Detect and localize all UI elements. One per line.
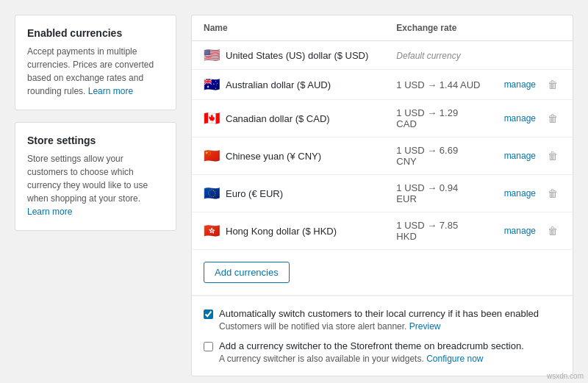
delete-icon-cny[interactable]: 🗑 [545, 148, 561, 163]
currency-rate-cell-cny: 1 USD → 6.69 CNY [384, 137, 492, 175]
store-settings-description: Store settings allow your customers to c… [27, 152, 164, 218]
store-settings-learn-more[interactable]: Learn more [27, 207, 72, 217]
currency-switcher-row: Add a currency switcher to the Storefron… [204, 340, 561, 364]
currency-actions-cell-eur: manage 🗑 [492, 175, 573, 212]
auto-switch-row: Automatically switch customers to their … [204, 308, 561, 332]
manage-link-aud[interactable]: manage [504, 79, 536, 90]
delete-icon-hkd[interactable]: 🗑 [545, 223, 561, 238]
currency-rate-cell-aud: 1 USD → 1.44 AUD [384, 70, 492, 100]
currency-name-cny: Chinese yuan (¥ CNY) [226, 151, 321, 162]
watermark: wsxdn.com [547, 372, 584, 380]
currency-actions-cell-usd [492, 41, 573, 70]
currency-switcher-label: Add a currency switcher to the Storefron… [219, 340, 524, 351]
auto-switch-label: Automatically switch customers to their … [219, 308, 539, 319]
add-currencies-button[interactable]: Add currencies [204, 262, 290, 283]
preview-link[interactable]: Preview [409, 321, 441, 332]
table-row: 🇺🇸 United States (US) dollar ($ USD) Def… [192, 41, 573, 70]
currency-name-cell: 🇨🇦 Canadian dollar ($ CAD) [192, 100, 384, 137]
flag-aud: 🇦🇺 [204, 78, 220, 91]
enabled-currencies-section: Enabled currencies Accept payments in mu… [15, 15, 176, 110]
currency-name-usd: United States (US) dollar ($ USD) [226, 50, 368, 61]
table-header-row: Name Exchange rate [192, 15, 573, 41]
currency-name-eur: Euro (€ EUR) [226, 188, 283, 199]
col-actions-header [492, 15, 573, 41]
delete-icon-aud[interactable]: 🗑 [545, 77, 561, 92]
manage-link-cny[interactable]: manage [504, 151, 536, 161]
col-name-header: Name [192, 15, 384, 41]
currency-name-cell: 🇨🇳 Chinese yuan (¥ CNY) [192, 137, 384, 175]
store-settings-section: Store settings Store settings allow your… [15, 122, 176, 231]
currency-table: Name Exchange rate 🇺🇸 United States (US)… [192, 15, 573, 249]
currency-actions-cell-cny: manage 🗑 [492, 137, 573, 175]
table-row: 🇦🇺 Australian dollar ($ AUD) 1 USD → 1.4… [192, 70, 573, 100]
manage-link-hkd[interactable]: manage [504, 226, 536, 236]
currency-actions-cell-hkd: manage 🗑 [492, 212, 573, 250]
flag-hkd: 🇭🇰 [204, 224, 220, 237]
store-settings-title: Store settings [27, 135, 164, 146]
currency-switcher-sublabel: A currency switcher is also available in… [219, 354, 524, 364]
main-content: Name Exchange rate 🇺🇸 United States (US)… [191, 15, 573, 376]
currency-name-aud: Australian dollar ($ AUD) [226, 79, 331, 90]
currency-rate-cell-cad: 1 USD → 1.29 CAD [384, 100, 492, 137]
flag-eur: 🇪🇺 [204, 187, 220, 200]
currency-rate-cell-usd: Default currency [384, 41, 492, 70]
currency-rate-cell-eur: 1 USD → 0.94 EUR [384, 175, 492, 212]
manage-link-eur[interactable]: manage [504, 188, 536, 198]
enabled-currencies-title: Enabled currencies [27, 27, 164, 39]
delete-icon-cad[interactable]: 🗑 [545, 111, 561, 126]
currency-name-cell: 🇺🇸 United States (US) dollar ($ USD) [192, 41, 384, 70]
currency-switcher-checkbox[interactable] [204, 342, 213, 351]
currency-name-cell: 🇪🇺 Euro (€ EUR) [192, 175, 384, 212]
flag-cad: 🇨🇦 [204, 112, 220, 125]
manage-link-cad[interactable]: manage [504, 113, 536, 124]
configure-now-link[interactable]: Configure now [426, 354, 483, 364]
enabled-currencies-description: Accept payments in multiple currencies. … [27, 45, 164, 98]
table-row: 🇨🇦 Canadian dollar ($ CAD) 1 USD → 1.29 … [192, 100, 573, 137]
currency-name-cad: Canadian dollar ($ CAD) [226, 113, 330, 124]
flag-usd: 🇺🇸 [204, 49, 220, 62]
flag-cny: 🇨🇳 [204, 149, 220, 162]
currency-rate-cell-hkd: 1 USD → 7.85 HKD [384, 212, 492, 250]
add-currencies-section: Add currencies [192, 249, 573, 295]
auto-switch-checkbox[interactable] [204, 309, 213, 319]
table-row: 🇪🇺 Euro (€ EUR) 1 USD → 0.94 EUR manage … [192, 175, 573, 212]
currency-name-cell: 🇭🇰 Hong Kong dollar ($ HKD) [192, 212, 384, 250]
store-settings-panel: Automatically switch customers to their … [192, 295, 573, 376]
auto-switch-sublabel: Customers will be notified via store ale… [219, 321, 539, 332]
enabled-currencies-learn-more[interactable]: Learn more [88, 86, 133, 96]
sidebar: Enabled currencies Accept payments in mu… [15, 15, 176, 376]
table-row: 🇭🇰 Hong Kong dollar ($ HKD) 1 USD → 7.85… [192, 212, 573, 250]
currency-name-hkd: Hong Kong dollar ($ HKD) [226, 226, 337, 237]
delete-icon-eur[interactable]: 🗑 [545, 186, 561, 201]
table-row: 🇨🇳 Chinese yuan (¥ CNY) 1 USD → 6.69 CNY… [192, 137, 573, 175]
currency-actions-cell-aud: manage 🗑 [492, 70, 573, 100]
currency-actions-cell-cad: manage 🗑 [492, 100, 573, 137]
col-rate-header: Exchange rate [384, 15, 492, 41]
currency-name-cell: 🇦🇺 Australian dollar ($ AUD) [192, 70, 384, 100]
